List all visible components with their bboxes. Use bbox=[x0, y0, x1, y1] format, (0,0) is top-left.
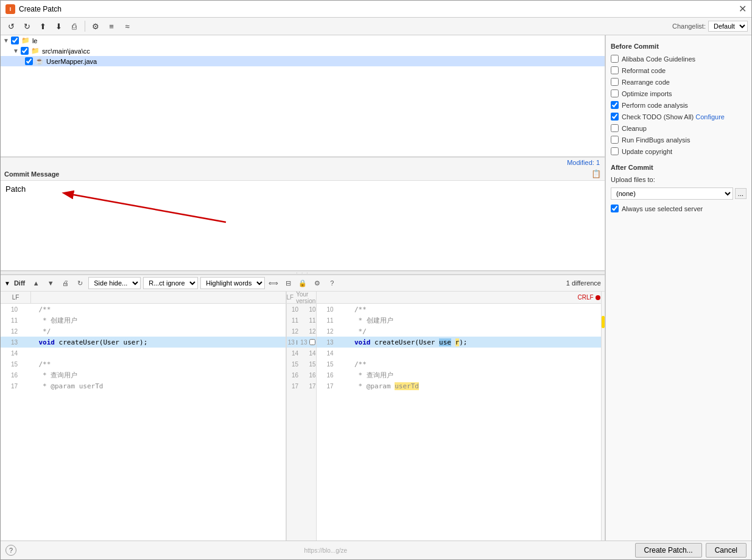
tree-folder-checkbox[interactable] bbox=[21, 47, 29, 55]
refresh2-btn[interactable]: ↻ bbox=[20, 19, 33, 33]
diff-count: 1 difference bbox=[566, 279, 601, 287]
diff-section: ▼ Diff ▲ ▼ 🖨 ↻ Side hide... R...ct ignor… bbox=[1, 275, 605, 541]
diff-split-btn[interactable]: ⊟ bbox=[282, 277, 294, 289]
diff-down-btn[interactable]: ▼ bbox=[44, 277, 57, 289]
todo-checkbox[interactable] bbox=[611, 113, 619, 121]
tree-file-checkbox[interactable] bbox=[25, 57, 33, 65]
diff-right-row-12: 12 */ bbox=[317, 326, 602, 337]
before-commit-cleanup[interactable]: Cleanup bbox=[611, 124, 747, 132]
center-row-17: 17 17 bbox=[287, 380, 316, 391]
diff-align-btn[interactable]: ⟺ bbox=[267, 277, 279, 289]
toolbar-sep1 bbox=[85, 21, 85, 32]
diff-right-row-16: 16 * 查询用户 bbox=[317, 369, 602, 380]
move-down-btn[interactable]: ⬇ bbox=[52, 19, 65, 33]
reformat-checkbox[interactable] bbox=[611, 66, 619, 74]
diff-center-header: LF Your version bbox=[287, 292, 316, 304]
center-row-12: 12 12 bbox=[287, 326, 316, 337]
changelist-select[interactable]: Default bbox=[708, 21, 748, 32]
diff-collapse-icon[interactable]: ▼ bbox=[4, 280, 10, 287]
before-commit-alibaba[interactable]: Alibaba Code Guidelines bbox=[611, 55, 747, 63]
cancel-button[interactable]: Cancel bbox=[706, 543, 747, 558]
diff-up-btn[interactable]: ▲ bbox=[30, 277, 42, 289]
diff-right-row-11: 11 * 创建用户 bbox=[317, 315, 602, 326]
alibaba-checkbox[interactable] bbox=[611, 55, 619, 63]
diff-refresh-btn[interactable]: ↻ bbox=[74, 277, 86, 289]
settings-btn[interactable]: ⚙ bbox=[89, 19, 102, 33]
perform-checkbox[interactable] bbox=[611, 101, 619, 109]
before-commit-rearrange[interactable]: Rearrange code bbox=[611, 78, 747, 86]
always-use-checkbox-item[interactable]: Always use selected server bbox=[611, 205, 747, 212]
commit-message-input[interactable]: Patch bbox=[1, 181, 605, 270]
diff-right-row-10: 10 /** bbox=[317, 304, 602, 315]
rearrange-checkbox[interactable] bbox=[611, 78, 619, 86]
upload-label: Upload files to: bbox=[611, 176, 747, 183]
main-content: ▼ 📁 le ▼ 📁 src\main\java\cc ☕ UserMapper… bbox=[1, 35, 751, 541]
crlf-header: CRLF bbox=[577, 292, 601, 303]
diff-title: Diff bbox=[14, 279, 25, 287]
create-patch-button[interactable]: Create Patch... bbox=[635, 543, 702, 558]
always-use-checkbox[interactable] bbox=[611, 205, 619, 212]
diff-settings-btn[interactable]: ⚙ bbox=[311, 277, 323, 289]
close-icon[interactable]: ✕ bbox=[739, 3, 747, 15]
before-commit-optimize[interactable]: Optimize imports bbox=[611, 89, 747, 97]
before-commit-title: Before Commit bbox=[611, 43, 747, 50]
diff-left-row-11: 11 * 创建用户 bbox=[1, 315, 286, 326]
diff-left-row-15: 15 /** bbox=[1, 359, 286, 369]
folder-icon: 📁 bbox=[21, 37, 30, 44]
diff-lock-btn[interactable]: 🔒 bbox=[297, 277, 309, 289]
diff-ignore-dropdown[interactable]: R...ct ignore bbox=[143, 277, 198, 289]
more-btn[interactable]: ≈ bbox=[121, 19, 134, 33]
diff-side-hide-dropdown[interactable]: Side hide... bbox=[88, 277, 141, 289]
copy-icon[interactable]: 📋 bbox=[591, 169, 601, 178]
modified-bar: Modified: 1 bbox=[1, 157, 605, 167]
before-commit-todo[interactable]: Check TODO (Show All) Configure bbox=[611, 113, 747, 121]
main-toolbar: ↺ ↻ ⬆ ⬇ ⎙ ⚙ ≡ ≈ Changelist: Default bbox=[1, 18, 751, 35]
configure-link[interactable]: Configure bbox=[695, 113, 725, 121]
diff-print-btn[interactable]: 🖨 bbox=[59, 277, 71, 289]
refresh-btn[interactable]: ↺ bbox=[4, 19, 18, 33]
diff-right-row-14: 14 bbox=[317, 348, 602, 359]
scroll-indicator[interactable] bbox=[601, 292, 605, 541]
menu-btn[interactable]: ≡ bbox=[105, 19, 118, 33]
tree-root-checkbox[interactable] bbox=[11, 37, 19, 44]
alibaba-label: Alibaba Code Guidelines bbox=[622, 55, 695, 63]
diff-line-checkbox[interactable] bbox=[309, 339, 315, 345]
center-row-15: 15 15 bbox=[287, 359, 316, 369]
diff-content: LF 10 /** 11 * 创建用户 bbox=[1, 292, 605, 541]
upload-select[interactable]: (none) bbox=[611, 187, 733, 200]
before-commit-findbugs[interactable]: Run FindBugs analysis bbox=[611, 136, 747, 144]
upload-row: (none) ... bbox=[611, 187, 747, 200]
diff-left-row-10: 10 /** bbox=[1, 304, 286, 315]
copyright-label: Update copyright bbox=[622, 148, 672, 155]
tree-folder[interactable]: ▼ 📁 src\main\java\cc bbox=[1, 46, 605, 56]
file-tree: ▼ 📁 le ▼ 📁 src\main\java\cc ☕ UserMapper… bbox=[1, 35, 605, 157]
center-row-16: 16 16 bbox=[287, 369, 316, 380]
scroll-thumb bbox=[602, 316, 605, 328]
before-commit-perform[interactable]: Perform code analysis bbox=[611, 101, 747, 109]
before-commit-copyright[interactable]: Update copyright bbox=[611, 147, 747, 155]
changelist-label: Changelist: bbox=[672, 23, 706, 30]
help-button[interactable]: ? bbox=[5, 545, 16, 556]
upload-browse-btn[interactable]: ... bbox=[735, 188, 747, 199]
diff-highlight-dropdown[interactable]: Highlight words bbox=[200, 277, 265, 289]
expand-btn[interactable]: ⎙ bbox=[68, 19, 81, 33]
optimize-checkbox[interactable] bbox=[611, 89, 619, 97]
left-version-header bbox=[31, 292, 286, 303]
center-row-10: 10 10 bbox=[287, 304, 316, 315]
copyright-checkbox[interactable] bbox=[611, 147, 619, 155]
move-up-btn[interactable]: ⬆ bbox=[36, 19, 49, 33]
diff-help-btn[interactable]: ? bbox=[326, 277, 338, 289]
tree-file-label: UserMapper.java bbox=[46, 58, 97, 65]
cleanup-checkbox[interactable] bbox=[611, 124, 619, 132]
diff-left-header: LF bbox=[1, 292, 286, 304]
before-commit-reformat[interactable]: Reformat code bbox=[611, 66, 747, 74]
title-bar: I Create Patch ✕ bbox=[1, 1, 751, 18]
bottom-right: Create Patch... Cancel bbox=[635, 543, 747, 558]
findbugs-checkbox[interactable] bbox=[611, 136, 619, 144]
watermark-text: https://blo...g/ze bbox=[304, 547, 347, 554]
commit-message-wrapper: Commit Message 📋 Patch bbox=[1, 167, 605, 271]
tree-file[interactable]: ☕ UserMapper.java bbox=[1, 56, 605, 66]
tree-root[interactable]: ▼ 📁 le bbox=[1, 35, 605, 46]
diff-right-row-13: 13 void createUser(User use r); bbox=[317, 337, 602, 348]
cleanup-label: Cleanup bbox=[622, 125, 647, 132]
